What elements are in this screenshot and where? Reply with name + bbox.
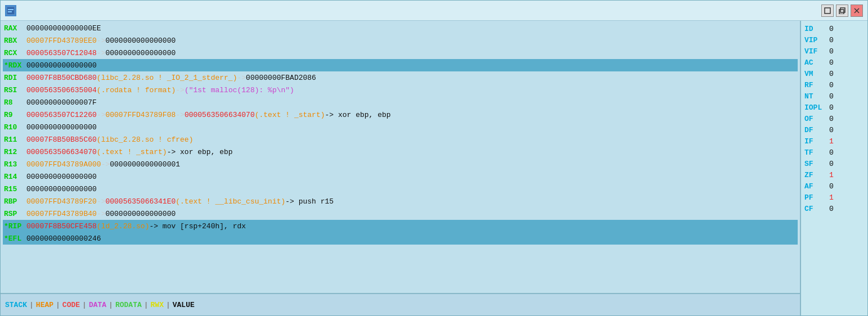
register-value: (.text ! _start): [97, 148, 167, 156]
flag-row: VIP0: [804, 34, 864, 46]
flag-value: 0: [829, 103, 834, 112]
register-value: 0000563506634070: [26, 148, 97, 156]
close-button[interactable]: [851, 4, 863, 17]
register-row[interactable]: R8000000000000007F: [3, 96, 798, 109]
register-name: *RIP: [4, 222, 26, 231]
register-value: 00007F8B50CFE458: [26, 222, 97, 231]
flag-row: NT0: [804, 91, 864, 102]
flag-name: PF: [804, 193, 827, 202]
register-value: 0000000000000000: [26, 123, 97, 132]
register-row[interactable]: RAX000000000000000EE: [3, 22, 798, 34]
register-value: 00007FFD43789EE0: [26, 37, 97, 45]
flag-name: VM: [804, 70, 827, 78]
register-value: 0000000000000000: [105, 210, 176, 218]
tab-code[interactable]: CODE: [62, 301, 80, 309]
register-row[interactable]: R150000000000000000: [3, 183, 798, 195]
register-value: 00000000000000246: [26, 234, 101, 243]
restore-button[interactable]: [821, 4, 834, 17]
register-row[interactable]: RSI0000563506635004 (.rodata ! format) -…: [3, 84, 798, 96]
register-value: (.text ! _start): [255, 111, 325, 119]
registers-area[interactable]: RAX000000000000000EERBX00007FFD43789EE0 …: [1, 21, 800, 293]
register-value: ->: [237, 74, 246, 82]
flag-name: VIF: [804, 47, 827, 56]
flag-value: 0: [829, 25, 834, 33]
flag-row: AC0: [804, 57, 864, 68]
svg-rect-2: [8, 11, 12, 12]
register-value: -> mov [rsp+240h], rdx: [149, 222, 246, 231]
register-value: ->: [97, 49, 106, 57]
register-value: 00000000FBAD2086: [246, 74, 316, 82]
register-row[interactable]: R90000563507C12260 -> 00007FFD43789F08 -…: [3, 109, 798, 121]
svg-rect-5: [840, 8, 845, 12]
register-row[interactable]: R140000000000000000: [3, 170, 798, 183]
register-row[interactable]: RBX00007FFD43789EE0 -> 0000000000000000: [3, 34, 798, 47]
flag-value: 0: [829, 92, 834, 101]
register-value: 0000000000000000: [105, 37, 176, 45]
flag-name: CF: [804, 205, 827, 213]
register-value: 000000000000000EE: [26, 24, 101, 33]
register-row[interactable]: *RIP00007F8B50CFE458 (ld_2.28.so) -> mov…: [3, 220, 798, 232]
flag-row: OF0: [804, 113, 864, 124]
register-row[interactable]: RBP00007FFD43789F20 -> 00005635066341E0 …: [3, 195, 798, 207]
register-value: 0000563507C12260: [26, 111, 97, 119]
register-row[interactable]: R100000000000000000: [3, 121, 798, 133]
register-value: 0000563507C12048: [26, 49, 97, 57]
window-controls: [821, 4, 863, 17]
tab-separator: |: [166, 301, 170, 309]
flag-name: DF: [804, 126, 827, 134]
flag-name: AC: [804, 58, 827, 67]
flag-value: 0: [829, 36, 834, 44]
flag-name: AF: [804, 182, 827, 191]
register-name: RAX: [4, 24, 26, 33]
register-value: 00005635066341E0: [105, 197, 176, 206]
register-row[interactable]: RCX0000563507C12048 -> 0000000000000000: [3, 47, 798, 59]
register-value: -> push r15: [285, 197, 334, 206]
register-row[interactable]: R1100007F8B50B85C60 (libc_2.28.so ! cfre…: [3, 133, 798, 146]
register-row[interactable]: RSP00007FFD43789B40 -> 0000000000000000: [3, 207, 798, 220]
register-value: -> xor ebp, ebp: [325, 111, 391, 119]
flag-row: SF0: [804, 158, 864, 169]
svg-rect-1: [8, 9, 14, 10]
register-name: RBX: [4, 37, 26, 45]
tab-rodata[interactable]: RODATA: [115, 301, 142, 309]
titlebar: [1, 1, 867, 21]
register-value: ->: [176, 86, 185, 94]
register-value: 00007FFD43789F08: [105, 111, 176, 119]
register-value: 0000000000000000: [26, 185, 97, 193]
flag-name: NT: [804, 92, 827, 101]
content-area: RAX000000000000000EERBX00007FFD43789EE0 …: [1, 21, 867, 315]
register-name: *RDX: [4, 61, 26, 70]
tab-rwx[interactable]: RWX: [151, 301, 164, 309]
register-value: ->: [97, 210, 106, 218]
flag-value: 0: [829, 182, 834, 191]
register-value: 00007FFD43789B40: [26, 210, 97, 218]
register-value: (libc_2.28.so ! cfree): [97, 136, 194, 144]
flag-row: VM0: [804, 68, 864, 79]
tab-data[interactable]: DATA: [89, 301, 106, 309]
register-row[interactable]: R120000563506634070 (.text ! _start) -> …: [3, 146, 798, 158]
tab-stack[interactable]: STACK: [5, 301, 27, 309]
tab-value[interactable]: VALUE: [173, 301, 195, 309]
flag-row: IF1: [804, 136, 864, 147]
flag-value: 0: [829, 47, 834, 56]
register-value: ->: [97, 197, 106, 206]
register-name: R10: [4, 123, 26, 132]
flag-name: SF: [804, 160, 827, 168]
register-name: R12: [4, 148, 26, 156]
register-row[interactable]: R1300007FFD43789A000 -> 0000000000000001: [3, 158, 798, 170]
flag-row: AF0: [804, 180, 864, 192]
flag-row: ID0: [804, 23, 864, 34]
register-name: RSP: [4, 210, 26, 218]
register-row[interactable]: *RDX0000000000000000: [3, 59, 798, 71]
flag-row: IOPL0: [804, 102, 864, 113]
register-value: 0000563506635004: [26, 86, 97, 94]
register-row[interactable]: *EFL00000000000000246: [3, 232, 798, 245]
register-value: ->: [97, 111, 106, 119]
tab-heap[interactable]: HEAP: [36, 301, 53, 309]
register-name: R14: [4, 173, 26, 181]
tab-separator: |: [144, 301, 149, 309]
register-row[interactable]: RDI00007F8B50CBD680 (libc_2.28.so ! _IO_…: [3, 71, 798, 84]
minimize-button[interactable]: [836, 4, 848, 17]
register-value: ("1st malloc(128): %p\n"): [185, 86, 294, 94]
register-value: 0000000000000000: [105, 49, 176, 57]
